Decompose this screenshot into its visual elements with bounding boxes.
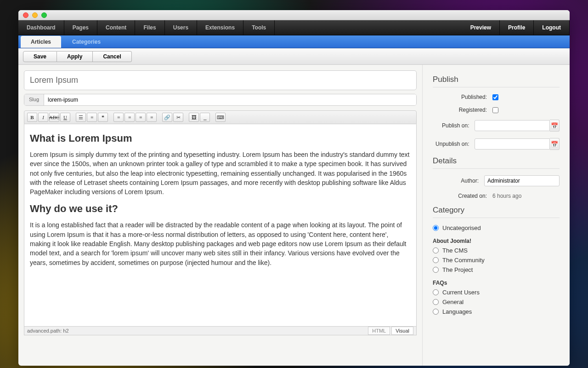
created-on-value: 6 hours ago [492, 193, 560, 199]
publish-on-calendar-icon[interactable]: 📅 [550, 120, 560, 132]
menu-preview[interactable]: Preview [462, 20, 500, 35]
category-label: The CMS [442, 247, 468, 254]
category-item[interactable]: General [433, 299, 560, 305]
published-checkbox[interactable] [492, 94, 498, 100]
italic-icon[interactable]: I [38, 113, 48, 122]
published-label: Published: [433, 94, 492, 100]
ordered-list-icon[interactable]: ≡ [87, 113, 97, 122]
category-item[interactable]: The Community [433, 257, 560, 264]
content-heading-1: What is Lorem Ipsum [30, 132, 411, 144]
menu-tools[interactable]: Tools [243, 20, 275, 35]
link-icon[interactable]: 🔗 [162, 113, 172, 122]
tab-categories[interactable]: Categories [62, 36, 111, 48]
menu-dashboard[interactable]: Dashboard [18, 20, 64, 35]
category-group-heading: About Joomla! [433, 238, 560, 244]
window-close-icon[interactable] [23, 12, 28, 18]
content-paragraph-1: Lorem Ipsum is simply dummy text of the … [30, 150, 411, 196]
details-heading: Details [433, 156, 560, 169]
category-group-heading: FAQs [433, 280, 560, 286]
menu-content[interactable]: Content [97, 20, 135, 35]
category-list: Uncategorised About Joomla!The CMSThe Co… [433, 224, 560, 315]
unpublish-on-input[interactable] [475, 138, 550, 150]
app-window: DashboardPagesContentFilesUsersExtension… [18, 10, 570, 366]
menu-users[interactable]: Users [165, 20, 197, 35]
slug-input[interactable] [44, 94, 416, 105]
category-radio[interactable] [433, 225, 439, 231]
category-radio[interactable] [433, 267, 439, 273]
category-label: Uncategorised [442, 224, 481, 231]
slug-label: Slug [24, 94, 44, 105]
window-title-bar [18, 10, 570, 20]
publish-heading: Publish [433, 75, 560, 87]
registered-checkbox[interactable] [492, 107, 498, 113]
category-radio[interactable] [433, 309, 439, 315]
category-item[interactable]: The CMS [433, 247, 560, 254]
readmore-icon[interactable]: ⎯ [200, 113, 210, 122]
editor-status-bar: advanced.path: h2 HTML Visual [24, 327, 417, 335]
category-radio[interactable] [433, 289, 439, 295]
image-icon[interactable]: 🖼 [189, 113, 199, 122]
bold-icon[interactable]: B [27, 113, 37, 122]
editor-content[interactable]: What is Lorem Ipsum Lorem Ipsum is simpl… [24, 124, 417, 327]
author-input[interactable] [484, 175, 560, 186]
align-center-icon[interactable]: ≡ [124, 113, 135, 122]
unlink-icon[interactable]: ✂ [173, 113, 183, 122]
menu-pages[interactable]: Pages [64, 20, 97, 35]
menu-profile[interactable]: Profile [500, 20, 534, 35]
category-label: Languages [442, 308, 472, 315]
blockquote-icon[interactable]: ❝ [98, 113, 108, 122]
category-radio[interactable] [433, 257, 439, 263]
category-uncategorised[interactable]: Uncategorised [433, 224, 560, 231]
save-button[interactable]: Save [23, 51, 57, 62]
category-item[interactable]: Languages [433, 308, 560, 315]
author-label: Author: [433, 178, 484, 184]
category-label: Current Users [442, 289, 480, 296]
category-label: The Community [442, 257, 485, 264]
unpublish-on-calendar-icon[interactable]: 📅 [550, 138, 560, 150]
editor-column: Slug B I ABC U ☰ ≡ ❝ ≡ ≡ ≡ [18, 65, 423, 366]
category-radio[interactable] [433, 247, 439, 253]
mode-visual-tab[interactable]: Visual [391, 327, 413, 335]
registered-label: Registered: [433, 107, 492, 113]
publish-on-label: Publish on: [433, 122, 475, 129]
sub-tabs: Articles Categories [18, 35, 570, 48]
keyboard-icon[interactable]: ⌨ [215, 113, 226, 122]
align-justify-icon[interactable]: ≡ [147, 113, 157, 122]
publish-on-input[interactable] [475, 120, 550, 131]
tab-articles[interactable]: Articles [21, 36, 61, 48]
category-heading: Category [433, 206, 560, 218]
category-label: The Project [442, 266, 473, 273]
editor-path: advanced.path: h2 [27, 328, 69, 334]
content-heading-2: Why do we use it? [30, 203, 411, 215]
window-minimize-icon[interactable] [32, 12, 38, 18]
underline-icon[interactable]: U [60, 113, 70, 122]
article-title-input[interactable] [24, 70, 417, 90]
unpublish-on-label: Unpublish on: [433, 141, 475, 147]
align-left-icon[interactable]: ≡ [113, 113, 124, 122]
mode-html-tab[interactable]: HTML [368, 327, 390, 335]
category-radio[interactable] [433, 299, 439, 305]
menu-extensions[interactable]: Extensions [197, 20, 243, 35]
category-label: General [442, 299, 464, 305]
category-item[interactable]: Current Users [433, 289, 560, 296]
menu-files[interactable]: Files [135, 20, 164, 35]
created-on-label: Created on: [433, 193, 492, 199]
apply-button[interactable]: Apply [57, 51, 93, 62]
unordered-list-icon[interactable]: ☰ [76, 113, 86, 122]
sidebar-column: Publish Published: Registered: Publish o… [423, 65, 570, 366]
align-right-icon[interactable]: ≡ [136, 113, 146, 122]
window-zoom-icon[interactable] [41, 12, 47, 18]
cancel-button[interactable]: Cancel [93, 51, 131, 62]
category-item[interactable]: The Project [433, 266, 560, 273]
content-paragraph-2: It is a long established fact that a rea… [30, 220, 411, 267]
menu-logout[interactable]: Logout [534, 20, 570, 35]
action-bar: Save Apply Cancel [18, 48, 570, 65]
top-menu: DashboardPagesContentFilesUsersExtension… [18, 20, 570, 35]
strike-icon[interactable]: ABC [49, 113, 59, 122]
editor-toolbar: B I ABC U ☰ ≡ ❝ ≡ ≡ ≡ ≡ 🔗 [24, 110, 417, 124]
